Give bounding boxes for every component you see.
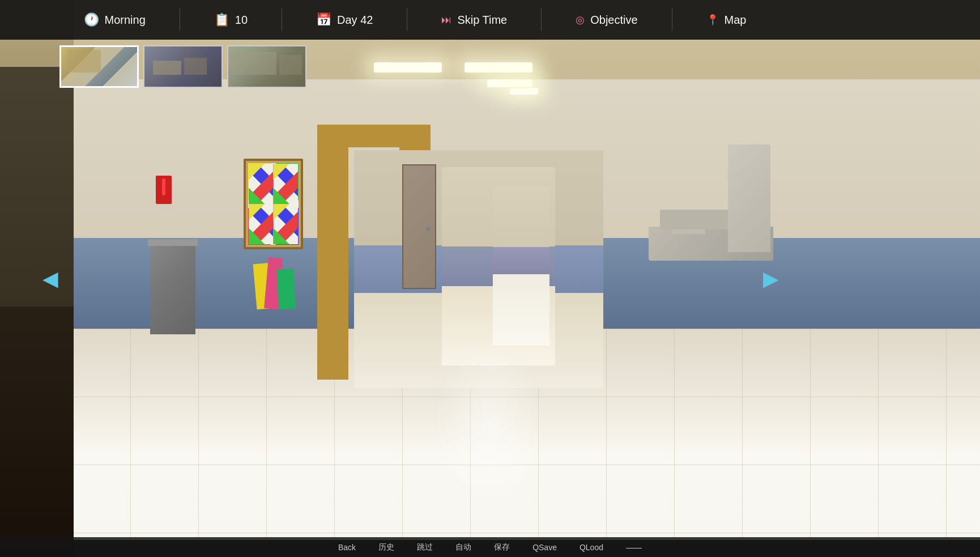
thumbnail-2[interactable]: [143, 45, 223, 88]
hud-divider-3: [407, 8, 407, 31]
ceiling-light-3: [487, 79, 532, 87]
qsave-button[interactable]: QSave: [532, 543, 557, 552]
history-button[interactable]: 历史: [378, 542, 394, 552]
thumbnail-3[interactable]: [227, 45, 306, 88]
hud-objective[interactable]: ◎ Objective: [576, 14, 637, 27]
hud-skip-time[interactable]: ⏭ Skip Time: [441, 14, 507, 27]
ceiling-light-2: [465, 62, 532, 73]
nav-arrow-right[interactable]: ▶: [763, 267, 779, 291]
objective-label: Objective: [590, 14, 637, 27]
extra-button[interactable]: ——: [626, 543, 642, 552]
hud-bar: 🕐 Morning 📋 10 📅 Day 42 ⏭ Skip Time ◎ Ob…: [57, 0, 773, 40]
save-button[interactable]: 保存: [494, 542, 510, 552]
floor-glare: [433, 340, 547, 510]
hud-divider-5: [672, 8, 672, 31]
location-thumbnails: [59, 45, 306, 88]
trash-can: [150, 244, 195, 334]
hud-divider-1: [180, 8, 180, 31]
bottom-action-bar: Back 历史 跳过 自动 保存 QSave QLood ——: [0, 537, 980, 557]
day-label: Day 42: [337, 14, 373, 27]
hud-time[interactable]: 🕐 Morning: [84, 12, 146, 27]
hud-divider-2: [282, 8, 282, 31]
thumbnail-1[interactable]: [59, 45, 139, 88]
map-label: Map: [725, 14, 747, 27]
ceiling-light-1: [374, 62, 442, 73]
hud-left-edge: [0, 0, 57, 40]
corridor-far-end: [493, 187, 549, 346]
papers-below-board: [255, 252, 300, 314]
game-viewport: ◀ ▶: [0, 0, 980, 557]
auto-button[interactable]: 自动: [455, 542, 471, 552]
hud-right-edge: [773, 0, 980, 40]
skip-button[interactable]: 跳过: [417, 542, 433, 552]
skip-label: Skip Time: [457, 14, 507, 27]
qload-button[interactable]: QLood: [580, 543, 603, 552]
objective-icon: ◎: [576, 14, 585, 26]
time-label: Morning: [105, 14, 146, 27]
score-icon: 📋: [214, 12, 229, 27]
bulletin-board: [244, 159, 303, 249]
clock-icon: 🕐: [84, 12, 99, 27]
hud-map[interactable]: 📍 Map: [706, 14, 747, 27]
right-wall-panel: [728, 144, 770, 252]
skip-icon: ⏭: [441, 14, 451, 26]
score-value: 10: [235, 14, 248, 27]
ceiling-light-4: [510, 88, 538, 95]
hud-score[interactable]: 📋 10: [214, 12, 248, 27]
calendar-icon: 📅: [316, 12, 331, 27]
hud-day[interactable]: 📅 Day 42: [316, 12, 373, 27]
map-icon: 📍: [706, 14, 719, 26]
nav-arrow-left[interactable]: ◀: [42, 267, 58, 291]
hud-divider-4: [541, 8, 542, 31]
fire-extinguisher: [156, 176, 172, 204]
corridor-door: [402, 164, 436, 289]
back-button[interactable]: Back: [338, 543, 356, 552]
